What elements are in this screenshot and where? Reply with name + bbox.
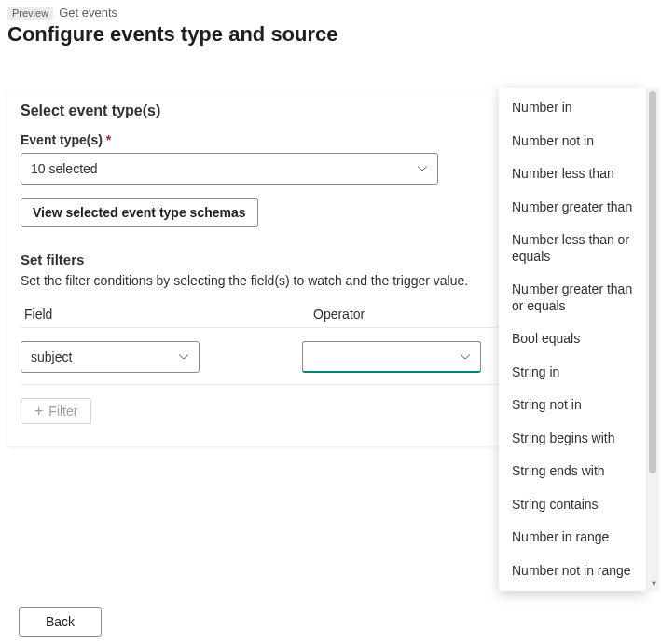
operator-option[interactable]: Number not in range [499, 555, 646, 588]
operator-option[interactable]: String not in [499, 389, 646, 422]
back-button[interactable]: Back [19, 607, 102, 637]
column-operator-header: Operator [313, 307, 365, 322]
chevron-down-icon [417, 163, 428, 174]
operator-option[interactable]: Number in [499, 91, 646, 125]
operator-dropdown-wrapper: Number inNumber not inNumber less thanNu… [499, 88, 659, 591]
operator-option[interactable]: Number less than or equals [499, 224, 646, 273]
operator-option[interactable]: String ends with [499, 455, 646, 488]
breadcrumb: Preview Get events [7, 6, 654, 20]
scrollbar-thumb[interactable] [649, 91, 656, 473]
breadcrumb-step: Get events [59, 6, 117, 20]
page-header: Preview Get events Configure events type… [0, 0, 661, 58]
scroll-down-icon[interactable]: ▼ [650, 579, 658, 588]
chevron-down-icon [178, 351, 189, 363]
operator-option[interactable]: String in [499, 356, 646, 390]
chevron-down-icon [460, 351, 471, 363]
plus-icon: + [34, 404, 43, 418]
required-indicator: * [106, 132, 111, 147]
event-types-value: 10 selected [31, 161, 98, 176]
operator-option[interactable]: Number greater than or equals [499, 273, 646, 322]
event-types-label-text: Event type(s) [21, 132, 103, 147]
preview-badge: Preview [7, 7, 53, 20]
operator-option[interactable]: String contains [499, 488, 646, 522]
operator-dropdown[interactable]: Number inNumber not inNumber less thanNu… [499, 88, 646, 591]
operator-option[interactable]: String begins with [499, 422, 646, 456]
footer: Back [19, 607, 102, 637]
column-field-header: Field [24, 307, 211, 322]
operator-option[interactable]: Number in range [499, 521, 646, 555]
view-schemas-button[interactable]: View selected event type schemas [21, 198, 258, 227]
add-filter-button[interactable]: + Filter [21, 398, 91, 424]
add-filter-label: Filter [48, 404, 77, 418]
operator-option[interactable]: Bool equals [499, 322, 646, 356]
operator-option[interactable]: Number less than [499, 158, 646, 191]
operator-option[interactable]: Number greater than [499, 191, 646, 225]
operator-select[interactable] [302, 341, 481, 373]
operator-option[interactable]: Number not in [499, 125, 646, 158]
field-select[interactable]: subject [21, 341, 200, 373]
field-select-value: subject [31, 349, 72, 364]
page-title: Configure events type and source [7, 22, 654, 47]
scrollbar-track[interactable]: ▼ [646, 88, 659, 591]
event-types-select[interactable]: 10 selected [21, 153, 438, 185]
